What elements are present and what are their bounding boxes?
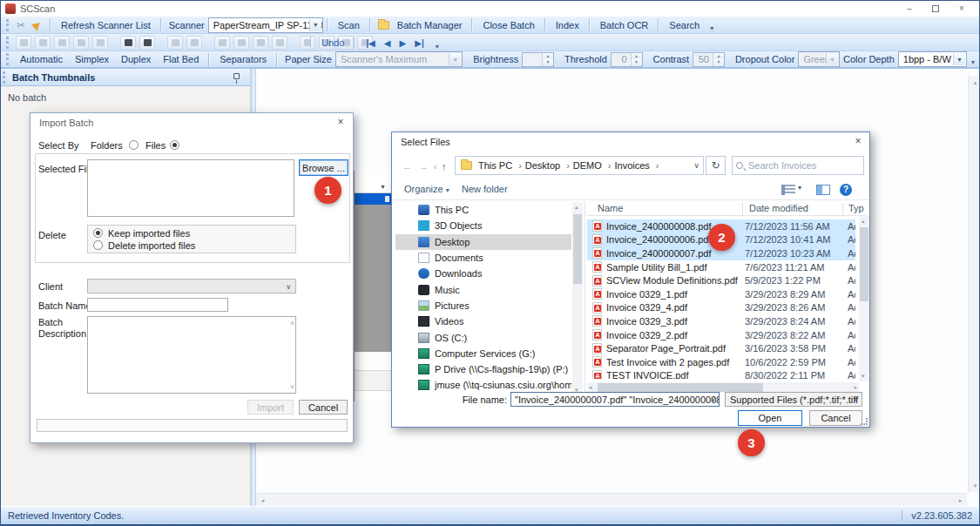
- toolbar-overflow-icon[interactable]: ▾: [706, 24, 718, 33]
- pin-icon[interactable]: [233, 73, 240, 79]
- maximize-button[interactable]: [923, 2, 948, 15]
- column-date-modified[interactable]: Date modified: [749, 203, 808, 213]
- tree-item[interactable]: Downloads: [395, 266, 571, 281]
- keep-imported-files-radio[interactable]: [93, 228, 103, 238]
- tree-item[interactable]: 3D Objects: [395, 218, 571, 233]
- refresh-scanner-list-button[interactable]: Refresh Scanner List: [55, 18, 157, 32]
- file-type-combo[interactable]: Supported Files (*.pdf;*.tif;*.tiff ∨: [725, 392, 862, 407]
- close-batch-button[interactable]: Close Batch: [476, 18, 540, 32]
- filter-icon[interactable]: ▼: [380, 184, 386, 190]
- batch-ocr-button[interactable]: Batch OCR: [594, 18, 655, 32]
- scanner-combo[interactable]: PaperStream_IP SP-1130N - [ISIS ▼: [208, 17, 323, 33]
- breadcrumb-item[interactable]: DEMO: [571, 160, 613, 171]
- folders-radio[interactable]: [129, 140, 139, 150]
- back-icon[interactable]: ←: [402, 161, 412, 172]
- page-note-icon[interactable]: [120, 36, 136, 50]
- column-name[interactable]: Name: [598, 203, 623, 213]
- index-button[interactable]: Index: [550, 18, 585, 32]
- chevron-down-icon[interactable]: ∨: [693, 161, 700, 170]
- Invoice 0329_1.pdf[interactable]: Invoice 0329_1.pdf 3/29/2023 8:29 AM Ad: [587, 287, 855, 301]
- nav-next-button[interactable]: ▶: [400, 38, 407, 48]
- blackout-field-icon[interactable]: [167, 36, 183, 50]
- new-folder-button[interactable]: New folder: [462, 184, 508, 194]
- close-icon[interactable]: ×: [334, 116, 348, 129]
- cancel-button[interactable]: Cancel: [299, 400, 348, 415]
- blackout-icon[interactable]: [139, 36, 155, 50]
- nav-previous-button[interactable]: ◀: [384, 38, 391, 48]
- preview-pane-icon[interactable]: [816, 185, 830, 195]
- page-icon[interactable]: [233, 36, 249, 50]
- cut-icon[interactable]: ✂: [14, 19, 28, 31]
- Test Invoice with 2 pages.pdf[interactable]: Test Invoice with 2 pages.pdf 10/6/2022 …: [587, 355, 855, 369]
- organize-menu[interactable]: Organize ▾: [404, 184, 449, 194]
- open-button[interactable]: Open: [738, 410, 802, 426]
- batch-manager-button[interactable]: Batch Manager: [391, 18, 469, 32]
- up-icon[interactable]: ↑: [442, 161, 447, 172]
- flat-bed-button[interactable]: Flat Bed: [157, 52, 205, 66]
- list-view-icon[interactable]: [781, 185, 795, 195]
- SCView Module Definitions.pdf[interactable]: SCView Module Definitions.pdf 5/9/2023 1…: [587, 273, 855, 287]
- minimize-button[interactable]: –: [897, 2, 922, 15]
- file-list-vertical-scrollbar[interactable]: ▴ ▾: [859, 216, 869, 381]
- nav-last-button[interactable]: ▶|: [415, 38, 424, 48]
- close-button[interactable]: ×: [950, 2, 974, 15]
- toolbar-grip[interactable]: [6, 37, 10, 49]
- duplex-button[interactable]: Duplex: [115, 52, 157, 66]
- search-box[interactable]: [732, 156, 864, 175]
- tree-item[interactable]: Desktop: [395, 234, 571, 250]
- redo-arrow-icon[interactable]: [214, 36, 230, 50]
- simplex-button[interactable]: Simplex: [69, 52, 115, 66]
- selected-files-list[interactable]: [87, 159, 294, 217]
- search-input[interactable]: [748, 160, 863, 171]
- horizontal-scrollbar[interactable]: ◂ ▸: [256, 493, 967, 506]
- tree-item[interactable]: Documents: [395, 250, 571, 266]
- batch-name-input[interactable]: [87, 298, 228, 312]
- tree-item[interactable]: Music: [395, 281, 571, 297]
- nav-first-button[interactable]: |◀: [366, 38, 375, 48]
- undo-arrow-icon[interactable]: [186, 36, 202, 50]
- column-type[interactable]: Typ: [848, 203, 864, 213]
- toolbar-overflow-icon[interactable]: ▾: [967, 58, 979, 67]
- delete-imported-files-radio[interactable]: [93, 240, 103, 250]
- toolbar-grip[interactable]: [6, 53, 10, 65]
- page-edit-icon[interactable]: [54, 36, 70, 50]
- refresh-button[interactable]: ↻: [706, 156, 726, 175]
- tree-item[interactable]: This PC: [395, 202, 571, 218]
- address-bar[interactable]: This PCDesktopDEMOInvoices ∨: [455, 156, 704, 175]
- help-icon[interactable]: ?: [840, 184, 852, 196]
- Invoice 0329_4.pdf[interactable]: Invoice 0329_4.pdf 3/29/2023 8:26 AM Ad: [587, 301, 855, 315]
- page-dark-icon[interactable]: [272, 36, 287, 50]
- Separator Page_Portrait.pdf[interactable]: Separator Page_Portrait.pdf 3/16/2023 3:…: [587, 341, 855, 355]
- color-depth-combo[interactable]: 1bpp - B/W ▼: [898, 51, 967, 67]
- tree-scrollbar[interactable]: ▴ ▾: [572, 202, 583, 395]
- hand-icon[interactable]: [35, 36, 51, 50]
- tree-item[interactable]: Computer Services (G:): [395, 346, 571, 361]
- separators-button[interactable]: Separators: [213, 52, 273, 66]
- rotate-icon[interactable]: [16, 36, 31, 50]
- history-chevron-icon[interactable]: ∨: [433, 164, 437, 171]
- tree-item[interactable]: Pictures: [395, 298, 571, 314]
- cancel-button[interactable]: Cancel: [809, 410, 862, 426]
- page-save-icon[interactable]: [92, 36, 108, 50]
- view-chevron-icon[interactable]: ▾: [798, 184, 801, 192]
- vertical-scrollbar[interactable]: ▴ ▾: [968, 76, 980, 492]
- scan-button[interactable]: Scan: [332, 18, 366, 32]
- close-icon[interactable]: ×: [851, 135, 865, 148]
- TEST INVOICE.pdf[interactable]: TEST INVOICE.pdf 8/30/2022 2:11 PM Ad: [587, 369, 855, 379]
- file-name-combo[interactable]: "Invoice_2400000007.pdf" "Invoice_240000…: [510, 392, 720, 407]
- breadcrumb-item[interactable]: This PC: [476, 160, 524, 171]
- files-radio[interactable]: [170, 140, 179, 150]
- undo-button[interactable]: Undo: [315, 36, 350, 50]
- tree-item[interactable]: Videos: [395, 314, 571, 329]
- batch-description-textarea[interactable]: ∧ ∨: [87, 316, 296, 394]
- tree-item[interactable]: OS (C:): [395, 329, 571, 345]
- search-button[interactable]: Search: [663, 18, 706, 32]
- selected-grid-row[interactable]: [355, 193, 391, 205]
- Sample Utility Bill_1.pdf[interactable]: Sample Utility Bill_1.pdf 7/6/2023 11:21…: [587, 260, 855, 274]
- resize-grip[interactable]: [861, 418, 868, 425]
- tree-item[interactable]: jmuse (\\tq-csiunas.csiu.org\homedirecto…: [395, 377, 571, 393]
- Invoice 0329_3.pdf[interactable]: Invoice 0329_3.pdf 3/29/2023 8:24 AM Ad: [587, 314, 855, 328]
- breadcrumb-item[interactable]: Desktop: [524, 160, 571, 171]
- page-split-icon[interactable]: [253, 36, 268, 50]
- forward-icon[interactable]: →: [419, 161, 429, 172]
